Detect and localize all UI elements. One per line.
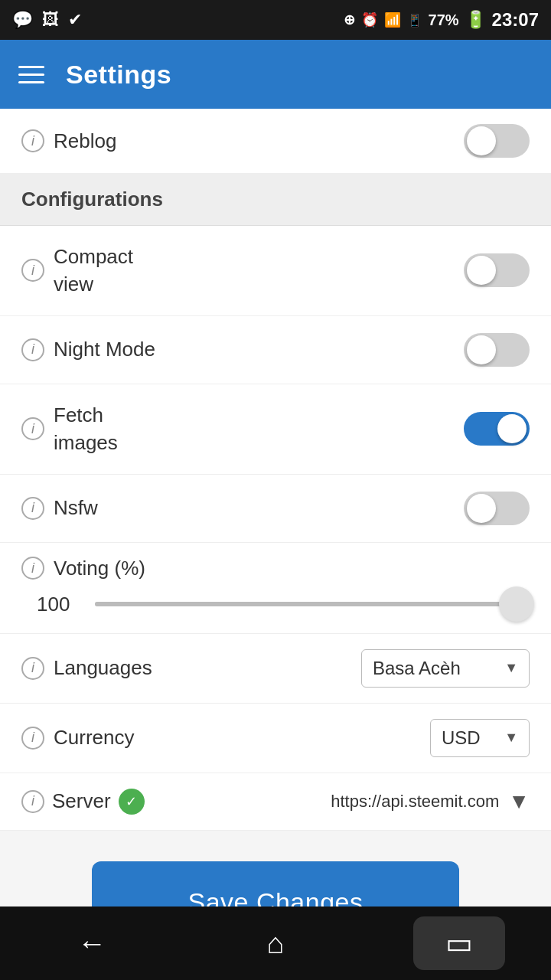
- reblog-info-icon[interactable]: i: [21, 129, 44, 152]
- configurations-section-header: Configurations: [0, 174, 551, 226]
- languages-info-icon[interactable]: i: [21, 657, 44, 680]
- status-bar: 💬 🖼 ✔ ⊕ ⏰ 📶 📱 77% 🔋 23:07: [0, 0, 551, 40]
- back-icon: ←: [77, 927, 106, 960]
- fetch-images-toggle[interactable]: [464, 412, 530, 446]
- signal-icon: 📱: [407, 13, 422, 28]
- slider-thumb[interactable]: [499, 586, 534, 622]
- wifi-icon: 📶: [384, 11, 401, 28]
- languages-dropdown-arrow: ▼: [504, 660, 518, 676]
- currency-info-icon[interactable]: i: [21, 727, 44, 750]
- app-bar: Settings: [0, 40, 551, 109]
- nsfw-toggle[interactable]: [464, 492, 530, 525]
- night-mode-toggle[interactable]: [464, 333, 530, 367]
- night-mode-info-icon[interactable]: i: [21, 338, 44, 361]
- compact-row: i Compact view: [0, 226, 551, 316]
- voting-slider-container: 100: [21, 593, 530, 616]
- voting-top: i Voting (%): [21, 557, 530, 580]
- whatsapp-icon: 💬: [12, 10, 33, 30]
- reblog-label: i Reblog: [21, 129, 464, 153]
- night-mode-row: i Night Mode: [0, 316, 551, 384]
- trello-icon: ✔: [68, 10, 82, 30]
- voting-row: i Voting (%) 100: [0, 543, 551, 634]
- languages-row: i Languages Basa Acèh ▼: [0, 634, 551, 704]
- download-icon: ⊕: [344, 11, 355, 28]
- back-button[interactable]: ←: [46, 916, 138, 970]
- compact-label: i Compact view: [21, 243, 464, 299]
- fetch-images-info-icon[interactable]: i: [21, 417, 44, 440]
- reblog-toggle[interactable]: [464, 124, 530, 158]
- voting-info-icon[interactable]: i: [21, 557, 44, 580]
- server-url-container: https://api.steemit.com ▼: [154, 789, 530, 814]
- server-label: i Server ✓: [21, 789, 145, 815]
- currency-select[interactable]: USD ▼: [430, 719, 530, 757]
- compact-toggle[interactable]: [464, 253, 530, 287]
- languages-label: i Languages: [21, 656, 152, 680]
- gallery-icon: 🖼: [42, 10, 59, 30]
- recents-icon: ▭: [445, 926, 473, 960]
- fetch-images-label: i Fetch images: [21, 401, 464, 457]
- night-mode-label: i Night Mode: [21, 338, 464, 361]
- home-icon: ⌂: [267, 927, 285, 960]
- settings-content: i Reblog Configurations i Compact view: [0, 109, 551, 974]
- currency-label: i Currency: [21, 726, 134, 750]
- nsfw-row: i Nsfw: [0, 475, 551, 543]
- reblog-row: i Reblog: [0, 109, 551, 174]
- server-info-icon[interactable]: i: [21, 790, 44, 813]
- recents-button[interactable]: ▭: [413, 916, 505, 970]
- nsfw-info-icon[interactable]: i: [21, 497, 44, 520]
- battery-level: 77%: [429, 11, 459, 29]
- server-url: https://api.steemit.com: [331, 792, 499, 812]
- bottom-navigation: ← ⌂ ▭: [0, 906, 551, 980]
- status-icons: 💬 🖼 ✔: [12, 10, 82, 30]
- page-title: Settings: [66, 60, 171, 90]
- menu-button[interactable]: [18, 66, 44, 83]
- languages-select[interactable]: Basa Acèh ▼: [361, 649, 530, 688]
- time-display: 23:07: [492, 9, 539, 31]
- currency-dropdown-arrow: ▼: [504, 730, 518, 746]
- server-check-icon: ✓: [119, 789, 145, 815]
- home-button[interactable]: ⌂: [230, 916, 321, 970]
- currency-row: i Currency USD ▼: [0, 704, 551, 773]
- voting-value: 100: [37, 593, 83, 616]
- battery-icon: 🔋: [465, 10, 486, 30]
- server-dropdown-arrow[interactable]: ▼: [508, 789, 530, 814]
- fetch-images-row: i Fetch images: [0, 384, 551, 475]
- nsfw-label: i Nsfw: [21, 496, 464, 520]
- alarm-icon: ⏰: [361, 11, 378, 28]
- voting-slider[interactable]: [95, 602, 530, 606]
- compact-info-icon[interactable]: i: [21, 259, 44, 282]
- status-right: ⊕ ⏰ 📶 📱 77% 🔋 23:07: [344, 9, 539, 31]
- server-row: i Server ✓ https://api.steemit.com ▼: [0, 773, 551, 831]
